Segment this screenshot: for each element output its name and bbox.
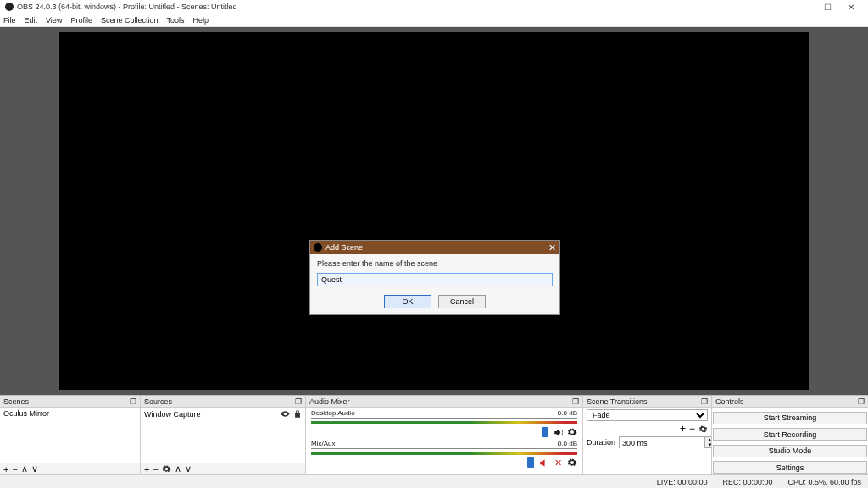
lock-icon[interactable]	[293, 409, 302, 419]
bottom-panels: Scenes ❐ Oculus Mirror + − ∧ ∨ Sources ❐…	[0, 395, 868, 474]
controls-panel: Controls ❐ Start Streaming Start Recordi…	[712, 396, 868, 474]
status-cpu: CPU: 0.5%, 60.00 fps	[787, 478, 861, 486]
track-settings-icon[interactable]	[567, 458, 577, 468]
start-streaming-button[interactable]: Start Streaming	[713, 412, 867, 424]
scenes-list[interactable]: Oculus Mirror	[0, 408, 140, 463]
transitions-panel-title: Scene Transitions	[587, 397, 648, 406]
track-db: 0.0 dB	[558, 409, 577, 417]
source-item-label: Window Capture	[144, 410, 201, 419]
audio-mixer-panel: Audio Mixer ❐ Desktop Audio 0.0 dB	[306, 396, 583, 474]
mixer-body: Desktop Audio 0.0 dB	[306, 408, 582, 474]
settings-button[interactable]: Settings	[713, 461, 867, 474]
dialog-titlebar[interactable]: Add Scene ✕	[310, 241, 559, 254]
track-name: Mic/Aux	[311, 440, 335, 447]
controls-panel-title: Controls	[715, 397, 744, 406]
audio-track: Desktop Audio 0.0 dB	[306, 408, 582, 438]
duration-label: Duration	[587, 438, 615, 446]
close-button[interactable]: ✕	[839, 3, 863, 12]
sources-panel: Sources ❐ Window Capture + −	[141, 396, 306, 474]
menu-scene-collection[interactable]: Scene Collection	[101, 16, 159, 25]
cancel-button[interactable]: Cancel	[438, 295, 486, 308]
volume-meter	[311, 448, 577, 455]
mixer-popout-icon[interactable]: ❐	[572, 397, 579, 406]
maximize-button[interactable]: ☐	[815, 3, 839, 12]
visibility-icon[interactable]	[281, 409, 290, 419]
audio-track: Mic/Aux 0.0 dB ✕	[306, 438, 582, 469]
track-name: Desktop Audio	[311, 409, 355, 417]
menu-tools[interactable]: Tools	[166, 16, 184, 25]
scene-item-label: Oculus Mirror	[3, 409, 49, 418]
controls-popout-icon[interactable]: ❐	[858, 397, 865, 406]
source-item[interactable]: Window Capture	[141, 408, 305, 420]
remove-source-button[interactable]: −	[153, 464, 158, 474]
add-scene-button[interactable]: +	[3, 464, 8, 474]
menu-file[interactable]: File	[3, 16, 16, 25]
add-transition-button[interactable]: +	[680, 423, 686, 435]
duration-step-down[interactable]: ▼	[704, 442, 711, 447]
preview-canvas[interactable]	[59, 32, 809, 390]
preview-area: Add Scene ✕ Please enter the name of the…	[0, 27, 868, 395]
status-rec: REC: 00:00:00	[722, 478, 772, 486]
add-scene-dialog: Add Scene ✕ Please enter the name of the…	[309, 240, 560, 315]
scene-down-button[interactable]: ∨	[31, 463, 38, 474]
status-bar: LIVE: 00:00:00 REC: 00:00:00 CPU: 0.5%, …	[0, 474, 868, 488]
studio-mode-button[interactable]: Studio Mode	[713, 445, 867, 458]
source-up-button[interactable]: ∧	[175, 463, 181, 474]
volume-slider[interactable]	[542, 427, 548, 437]
speaker-icon[interactable]	[553, 427, 563, 438]
sources-list[interactable]: Window Capture	[141, 408, 305, 463]
scenes-panel-title: Scenes	[3, 397, 29, 406]
source-down-button[interactable]: ∨	[185, 463, 192, 474]
ok-button[interactable]: OK	[384, 295, 431, 308]
menubar: File Edit View Profile Scene Collection …	[0, 14, 868, 27]
scenes-panel: Scenes ❐ Oculus Mirror + − ∧ ∨	[0, 396, 141, 474]
scenes-popout-icon[interactable]: ❐	[130, 397, 136, 406]
scene-up-button[interactable]: ∧	[21, 463, 28, 474]
remove-scene-button[interactable]: −	[12, 464, 17, 474]
mute-x-icon[interactable]: ✕	[553, 458, 563, 468]
track-db: 0.0 dB	[558, 440, 577, 447]
dialog-close-button[interactable]: ✕	[548, 242, 556, 253]
sources-popout-icon[interactable]: ❐	[295, 397, 302, 406]
menu-edit[interactable]: Edit	[25, 16, 38, 25]
window-title: OBS 24.0.3 (64-bit, windows) - Profile: …	[17, 3, 237, 11]
dialog-icon	[314, 243, 322, 252]
transitions-panel: Scene Transitions ❐ Fade + − Duration	[583, 396, 712, 474]
mixer-panel-title: Audio Mixer	[309, 397, 350, 406]
window-titlebar: OBS 24.0.3 (64-bit, windows) - Profile: …	[0, 0, 868, 14]
status-live: LIVE: 00:00:00	[657, 478, 708, 486]
menu-view[interactable]: View	[46, 16, 62, 25]
source-settings-button[interactable]	[162, 464, 171, 474]
volume-slider[interactable]	[527, 458, 534, 468]
transition-settings-icon[interactable]	[698, 424, 708, 434]
menu-profile[interactable]: Profile	[70, 16, 92, 25]
start-recording-button[interactable]: Start Recording	[713, 428, 867, 441]
remove-transition-button[interactable]: −	[689, 423, 695, 435]
dialog-prompt: Please enter the name of the scene	[317, 259, 553, 268]
track-settings-icon[interactable]	[567, 427, 577, 437]
transitions-popout-icon[interactable]: ❐	[701, 397, 708, 406]
add-source-button[interactable]: +	[144, 464, 149, 474]
transition-select[interactable]: Fade	[587, 409, 708, 421]
minimize-button[interactable]: —	[792, 3, 815, 12]
app-icon	[5, 3, 14, 11]
menu-help[interactable]: Help	[192, 16, 209, 25]
volume-meter	[311, 418, 577, 424]
duration-input[interactable]	[620, 437, 704, 449]
muted-speaker-icon[interactable]	[538, 458, 548, 469]
scene-name-input[interactable]	[317, 273, 553, 286]
scene-item[interactable]: Oculus Mirror	[0, 408, 140, 419]
dialog-title-text: Add Scene	[326, 243, 363, 252]
sources-panel-title: Sources	[144, 397, 172, 406]
